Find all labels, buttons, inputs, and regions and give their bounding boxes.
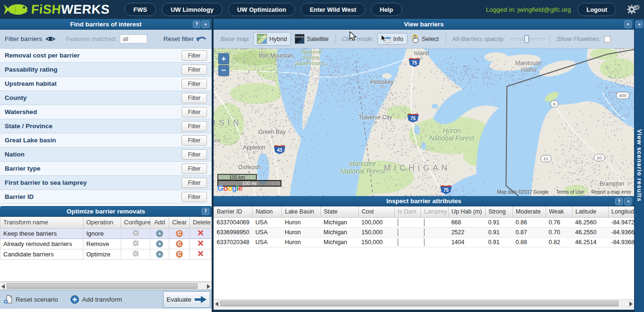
nav-button-uw-optimization[interactable]: UW Optimization [228, 3, 295, 16]
column-header[interactable]: Clear [169, 217, 190, 228]
collapse-down-icon[interactable]: « [625, 198, 632, 205]
column-header[interactable]: Up Hab (m) [448, 206, 485, 217]
settings-gears-icon[interactable] [627, 4, 640, 15]
filter-button[interactable]: Filter [182, 107, 207, 117]
column-header[interactable]: State [321, 206, 358, 217]
column-header[interactable]: Weak [546, 206, 572, 217]
column-header[interactable]: Strong [485, 206, 512, 217]
map-zoom-out-button[interactable]: − [218, 65, 229, 76]
gear-icon[interactable] [132, 229, 140, 237]
basemap-hybrid-button[interactable]: Duluth Hybrid [253, 32, 291, 46]
transform-row[interactable]: Already removed barriersRemove+C [0, 238, 211, 249]
filter-button[interactable]: Filter [182, 135, 207, 146]
filter-row: Upstream habitatFilter [0, 77, 212, 91]
gear-icon[interactable] [132, 239, 140, 247]
help-icon[interactable]: ? [193, 21, 200, 28]
clear-icon[interactable]: C [176, 230, 183, 237]
features-matched-label: Features matched: [66, 35, 117, 42]
slider-thumb[interactable] [524, 35, 529, 43]
terms-of-use-link[interactable]: Terms of Use [556, 189, 584, 195]
lamprey-checkbox[interactable] [424, 238, 425, 246]
delete-icon[interactable] [197, 230, 204, 236]
horizontal-scrollbar[interactable] [214, 299, 634, 307]
column-header[interactable]: Barrier ID [214, 206, 253, 217]
add-icon[interactable]: + [156, 251, 163, 258]
gear-icon[interactable] [132, 250, 140, 257]
is-dam-checkbox[interactable] [397, 238, 398, 246]
clear-icon[interactable]: C [176, 251, 183, 258]
filter-button[interactable]: Filter [182, 164, 207, 174]
horizontal-scrollbar[interactable] [0, 282, 212, 290]
basemap-satellite-button[interactable]: Duluth Satellite [291, 32, 332, 46]
delete-icon[interactable] [197, 250, 204, 257]
filter-button[interactable]: Filter [182, 121, 207, 131]
column-header[interactable]: Transform name [0, 217, 83, 228]
map-canvas[interactable]: Iron MountainNational Forest, Supervisor… [214, 49, 634, 196]
help-icon[interactable]: ? [615, 198, 623, 205]
collapse-strip-icon[interactable]: « [636, 21, 643, 28]
filter-button[interactable]: Filter [182, 65, 207, 75]
scroll-right-icon[interactable] [207, 284, 210, 289]
collapse-up-icon[interactable]: « [625, 21, 632, 28]
column-header[interactable]: Delete [190, 217, 211, 228]
click-mode-select-button[interactable]: Select [407, 33, 443, 45]
add-icon[interactable]: + [156, 230, 163, 237]
column-header[interactable]: Longitude [608, 206, 634, 217]
eye-icon[interactable] [45, 35, 56, 42]
is-dam-checkbox[interactable] [397, 229, 398, 236]
transform-row[interactable]: Candidate barriersOptimize+C [0, 249, 211, 259]
nav-button-enter-wild-west[interactable]: Enter Wild West [301, 3, 365, 16]
column-header[interactable]: Nation [253, 206, 282, 217]
reset-filter-button[interactable]: Reset filter [163, 35, 207, 43]
is-dam-checkbox[interactable] [397, 219, 398, 226]
column-header[interactable]: Cost [359, 206, 395, 217]
column-header[interactable]: Operation [83, 217, 121, 228]
column-header[interactable]: Configure [121, 217, 150, 228]
delete-icon[interactable] [197, 240, 204, 246]
cell: USA [253, 217, 282, 227]
lamprey-checkbox[interactable] [424, 229, 425, 236]
features-matched-input[interactable] [120, 34, 147, 43]
route-shield: 400 [616, 92, 629, 99]
filter-button[interactable]: Filter [182, 149, 207, 160]
filter-button[interactable]: Filter [182, 79, 207, 89]
column-header[interactable]: Lake Basin [282, 206, 321, 217]
clear-icon[interactable]: C [176, 240, 183, 247]
filter-button[interactable]: Filter [182, 192, 207, 202]
scrollbar-thumb[interactable] [7, 283, 198, 289]
lamprey-checkbox[interactable] [424, 219, 425, 226]
add-icon[interactable]: + [156, 240, 163, 247]
collapse-left-icon[interactable]: « [202, 21, 209, 28]
nav-button-help[interactable]: Help [371, 3, 402, 16]
select-hand-icon [411, 34, 420, 43]
filter-button[interactable]: Filter [182, 93, 207, 103]
map-zoom-in-button[interactable]: + [218, 53, 229, 64]
column-header[interactable]: Add [150, 217, 169, 228]
scroll-left-icon[interactable] [215, 302, 218, 306]
column-header[interactable]: Is Dam [395, 206, 421, 217]
barrier-row[interactable]: 6337020348USAHuronMichigan150,00014040.9… [214, 237, 635, 247]
reset-scenario-button[interactable]: Reset scenario [4, 295, 58, 304]
show-flowlines-checkbox[interactable] [604, 36, 611, 42]
report-error-link[interactable]: Report a map error [592, 189, 631, 195]
add-transform-button[interactable]: Add transform [70, 295, 122, 304]
transform-row[interactable]: Keep these barriersIgnore+C [0, 228, 211, 238]
evaluate-button[interactable]: Evaluate [163, 291, 210, 308]
scrollbar-thumb[interactable] [220, 301, 619, 306]
filter-button[interactable]: Filter [182, 178, 207, 188]
nav-button-fws[interactable]: FWS [124, 3, 156, 16]
barrier-row[interactable]: 6336998950USAHuronMichigan150,00025220.9… [214, 227, 635, 237]
scroll-right-icon[interactable] [629, 302, 633, 306]
click-mode-info-button[interactable]: Info [377, 33, 407, 45]
logout-button[interactable]: Logout [578, 3, 616, 16]
barrier-row[interactable]: 6337004069USAHuronMichigan100,0006680.91… [214, 217, 635, 227]
scroll-left-icon[interactable] [1, 284, 5, 289]
nav-button-uw-limnology[interactable]: UW Limnology [162, 3, 223, 16]
column-header[interactable]: Moderate [513, 206, 546, 217]
column-header[interactable]: Latitude [572, 206, 608, 217]
filter-button[interactable]: Filter [182, 50, 207, 61]
help-icon[interactable]: ? [202, 208, 209, 215]
scenario-results-strip[interactable]: « View scenario results [634, 19, 644, 312]
column-header[interactable]: Lamprey [421, 206, 448, 217]
opacity-slider[interactable] [510, 35, 545, 43]
